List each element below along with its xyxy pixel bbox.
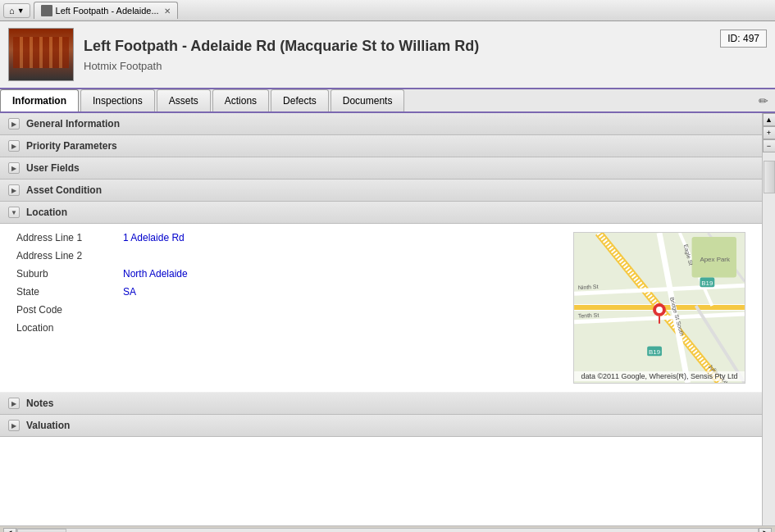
section-asset-condition[interactable]: ▶ Asset Condition: [0, 180, 762, 202]
field-address-line-2: Address Line 2: [16, 250, 557, 261]
location-map[interactable]: Apex Park B19 B19 Ninth St Tenth St Eagl…: [573, 232, 745, 384]
section-user-fields[interactable]: ▶ User Fields: [0, 157, 762, 180]
field-value-state: SA: [123, 286, 136, 298]
section-general-information[interactable]: ▶ General Information: [0, 113, 762, 135]
home-dropdown[interactable]: ▼: [17, 7, 25, 15]
section-priority-parameters[interactable]: ▶ Priority Parameters: [0, 135, 762, 157]
scroll-down-button[interactable]: +: [763, 126, 776, 139]
tab-assets[interactable]: Assets: [157, 89, 211, 111]
scroll-left-button[interactable]: ◄: [3, 528, 16, 533]
edit-icon[interactable]: ✏: [759, 94, 768, 107]
section-asset-condition-label: Asset Condition: [26, 184, 102, 196]
section-valuation[interactable]: ▶ Valuation: [0, 415, 762, 437]
section-priority-parameters-label: Priority Parameters: [26, 140, 117, 152]
id-label: ID:: [727, 33, 740, 44]
field-value-suburb: North Adelaide: [123, 268, 188, 280]
expand-arrow-icon: ▶: [8, 140, 20, 152]
section-location-label: Location: [26, 207, 67, 218]
window-tab[interactable]: Left Footpath - Adelaide... ✕: [34, 2, 178, 19]
main-content: ▶ General Information ▶ Priority Paramet…: [0, 113, 762, 525]
field-post-code: Post Code: [16, 304, 557, 316]
field-label-suburb: Suburb: [16, 268, 123, 280]
content-area: ▲ + − ▶ General Information ▶ Priority P…: [0, 113, 775, 525]
location-content: Address Line 1 1 Adelaide Rd Address Lin…: [0, 224, 762, 393]
section-location[interactable]: ▼ Location: [0, 202, 762, 224]
svg-text:Tenth St: Tenth St: [578, 312, 599, 319]
field-label-postcode: Post Code: [16, 304, 123, 316]
expand-arrow-icon: ▼: [8, 207, 20, 218]
expand-arrow-icon: ▶: [8, 162, 20, 174]
zoom-out-button[interactable]: −: [763, 139, 776, 152]
tab-information[interactable]: Information: [0, 89, 79, 111]
title-bar: ⌂ ▼ Left Footpath - Adelaide... ✕: [0, 0, 775, 21]
tab-defects[interactable]: Defects: [271, 89, 329, 111]
map-copyright: data ©2011 Google, Whereis(R), Sensis Pt…: [574, 371, 745, 381]
asset-thumbnail: [8, 28, 74, 81]
section-general-information-label: General Information: [26, 118, 120, 130]
tab-actions[interactable]: Actions: [212, 89, 269, 111]
field-label-location: Location: [16, 322, 123, 334]
expand-arrow-icon: ▶: [8, 398, 20, 409]
scroll-right-button[interactable]: ►: [759, 528, 772, 533]
tabs-bar: Information Inspections Assets Actions D…: [0, 89, 775, 113]
section-valuation-label: Valuation: [26, 420, 70, 431]
svg-text:Apex Park: Apex Park: [700, 256, 730, 263]
field-state: State SA: [16, 286, 557, 298]
field-label-state: State: [16, 286, 123, 298]
section-notes[interactable]: ▶ Notes: [0, 393, 762, 415]
tab-close-button[interactable]: ✕: [164, 7, 171, 16]
tab-inspections[interactable]: Inspections: [80, 89, 155, 111]
expand-arrow-icon: ▶: [8, 118, 20, 130]
asset-id-badge: ID: 497: [720, 30, 767, 48]
bottom-bar: ◄ ►: [0, 525, 775, 532]
id-value: 497: [743, 33, 759, 44]
field-value-address-1: 1 Adelaide Rd: [123, 232, 185, 243]
asset-header: Left Footpath - Adelaide Rd (Macquarie S…: [0, 21, 775, 89]
expand-arrow-icon: ▶: [8, 184, 20, 196]
h-scroll-thumb[interactable]: [17, 529, 66, 533]
tab-title: Left Footpath - Adelaide...: [56, 6, 159, 16]
svg-point-23: [656, 307, 663, 313]
svg-text:B19: B19: [701, 280, 713, 287]
svg-text:B19: B19: [649, 348, 661, 356]
horizontal-scrollbar[interactable]: [16, 528, 759, 533]
scroll-thumb[interactable]: [764, 161, 775, 193]
field-label-address-2: Address Line 2: [16, 250, 123, 261]
section-user-fields-label: User Fields: [26, 162, 80, 174]
location-fields: Address Line 1 1 Adelaide Rd Address Lin…: [16, 232, 557, 384]
field-suburb: Suburb North Adelaide: [16, 268, 557, 280]
section-notes-label: Notes: [26, 398, 53, 409]
field-address-line-1: Address Line 1 1 Adelaide Rd: [16, 232, 557, 243]
scroll-up-button[interactable]: ▲: [763, 113, 776, 126]
tab-documents[interactable]: Documents: [331, 89, 405, 111]
home-icon: ⌂: [9, 6, 15, 16]
tab-favicon: [41, 5, 52, 16]
home-button[interactable]: ⌂ ▼: [3, 3, 30, 18]
field-label-address-1: Address Line 1: [16, 232, 123, 243]
asset-titles: Left Footpath - Adelaide Rd (Macquarie S…: [84, 37, 767, 71]
svg-text:Ninth St: Ninth St: [578, 284, 599, 290]
vertical-scrollbar[interactable]: ▲ + −: [762, 113, 775, 525]
expand-arrow-icon: ▶: [8, 420, 20, 431]
field-location: Location: [16, 322, 557, 334]
asset-main-title: Left Footpath - Adelaide Rd (Macquarie S…: [84, 37, 767, 56]
asset-subtitle: Hotmix Footpath: [84, 60, 767, 72]
